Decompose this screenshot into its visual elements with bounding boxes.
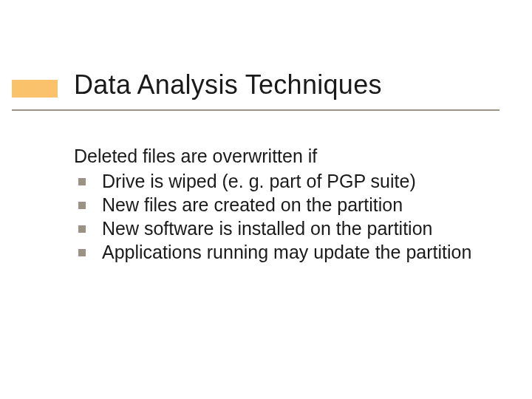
list-item: Drive is wiped (e. g. part of PGP suite) [74,169,488,193]
bullet-text: Drive is wiped (e. g. part of PGP suite) [102,169,488,193]
bullet-icon [78,202,86,209]
list-item: Applications running may update the part… [74,240,488,264]
bullet-icon [78,249,86,256]
intro-text: Deleted files are overwritten if [74,144,488,168]
bullet-icon [78,225,86,233]
bullet-text: Applications running may update the part… [102,240,488,264]
slide-title: Data Analysis Techniques [74,69,382,100]
title-underline [12,109,499,111]
bullet-text: New software is installed on the partiti… [102,216,488,240]
slide-content: Deleted files are overwritten if Drive i… [74,144,488,264]
bullet-text: New files are created on the partition [102,193,488,216]
list-item: New software is installed on the partiti… [74,216,488,240]
bullet-icon [78,178,86,185]
accent-bar [12,80,58,98]
list-item: New files are created on the partition [74,193,488,216]
bullet-list: Drive is wiped (e. g. part of PGP suite)… [74,169,488,264]
